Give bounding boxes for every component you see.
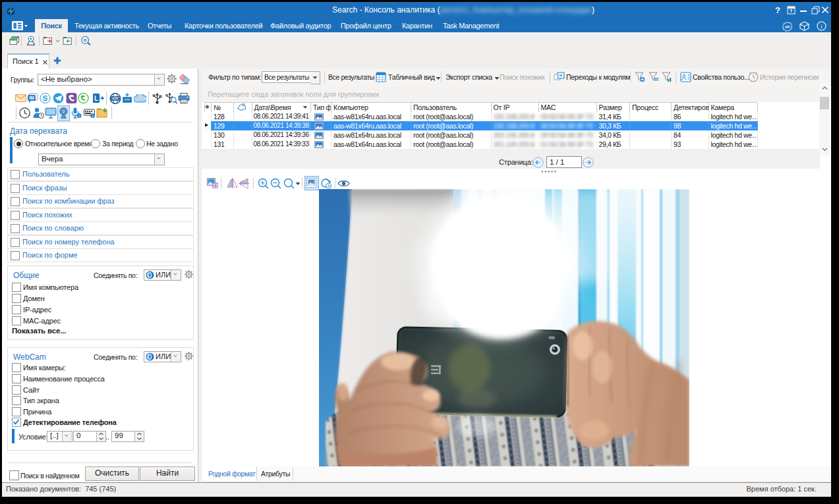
svg-text:ID: ID [83, 38, 87, 42]
svg-text:HTTP: HTTP [112, 98, 119, 100]
svg-text:API: API [785, 26, 790, 29]
svg-text:i: i [821, 23, 823, 30]
svg-text:L: L [94, 95, 98, 102]
svg-text:S: S [43, 94, 47, 102]
svg-text:FTP: FTP [125, 98, 130, 101]
svg-text:IM: IM [29, 96, 34, 100]
